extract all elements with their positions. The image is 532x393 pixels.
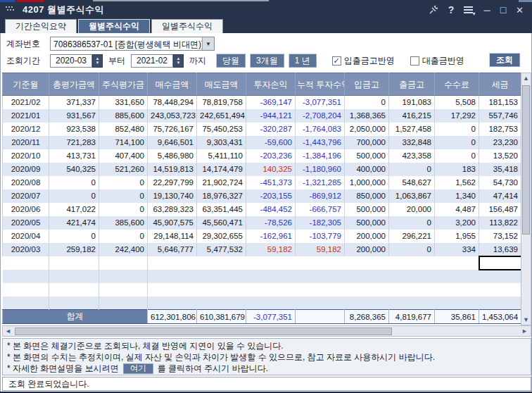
column-header[interactable]: 매도금액 (197, 73, 246, 96)
column-header[interactable]: 입금고 (345, 73, 389, 96)
grid-cell[interactable]: 259,182 (49, 243, 99, 256)
grid-cell[interactable]: 2020/11 (3, 136, 49, 149)
three-month-button[interactable]: 3개월 (250, 54, 284, 68)
grid-cell[interactable]: 923,538 (49, 123, 99, 136)
current-month-button[interactable]: 당월 (216, 54, 246, 68)
grid-cell[interactable]: 113,822 (479, 216, 521, 230)
grid-cell[interactable]: 334 (435, 243, 479, 256)
tab-period-summary[interactable]: 기간손익요약 (5, 19, 77, 33)
grid-cell[interactable]: 521,260 (99, 163, 148, 176)
grid-cell[interactable]: 2020/08 (3, 176, 49, 189)
tab-daily-returns[interactable]: 일별주식수익 (151, 19, 223, 33)
grid-cell[interactable]: 47,414 (479, 189, 521, 203)
grid-cell[interactable]: 721,283 (49, 136, 99, 149)
grid-cell[interactable]: 1,063,867 (389, 189, 435, 203)
grid-cell[interactable]: 242,400 (99, 243, 148, 256)
empty-cell[interactable] (99, 256, 148, 270)
empty-cell[interactable] (479, 283, 521, 297)
grid-cell[interactable]: -2,708,204 (296, 109, 345, 123)
deposit-reflect-checkbox[interactable]: ✓ (332, 56, 341, 66)
grid-cell[interactable]: 2020/03 (3, 243, 49, 256)
grid-cell[interactable]: 2020/12 (3, 123, 49, 136)
pin-icon[interactable] (429, 5, 438, 15)
column-header[interactable]: 기준월 (3, 73, 49, 96)
empty-cell[interactable] (99, 270, 148, 283)
column-header[interactable]: 누적 투자수익 (296, 73, 345, 96)
date-from-spinner[interactable]: ▲ ▼ (92, 54, 103, 68)
empty-cell[interactable] (99, 297, 148, 310)
grid-cell[interactable]: 5,646,777 (148, 243, 197, 256)
grid-cell[interactable]: 242,651,494 (197, 109, 246, 123)
grid-cell[interactable]: 500,000 (345, 149, 389, 163)
grid-cell[interactable]: 400,000 (345, 163, 389, 176)
grid-cell[interactable]: 3,200 (435, 216, 479, 230)
grid-cell[interactable]: 0 (389, 243, 435, 256)
grid-cell[interactable]: 548,627 (389, 176, 435, 189)
grid-cell[interactable]: 2021/01 (3, 109, 49, 123)
grid-cell[interactable]: -944,121 (246, 109, 296, 123)
date-to-input[interactable]: 2021-02 (131, 54, 173, 68)
empty-cell[interactable] (479, 297, 521, 310)
help-icon[interactable]: ? (448, 5, 455, 15)
empty-cell[interactable] (99, 283, 148, 297)
grid-cell[interactable]: 850,000 (345, 189, 389, 203)
grid-cell[interactable]: 2020/09 (3, 163, 49, 176)
grid-cell[interactable]: 416,215 (389, 109, 435, 123)
spin-down-icon[interactable]: ▼ (96, 61, 100, 65)
grid-cell[interactable]: -162,961 (246, 230, 296, 243)
column-header[interactable]: 매수금액 (148, 73, 197, 96)
empty-cell[interactable] (3, 297, 49, 310)
grid-cell[interactable]: 13,520 (479, 149, 521, 163)
empty-cell[interactable] (197, 270, 246, 283)
grid-cell[interactable]: 557,746 (479, 109, 521, 123)
grid-cell[interactable]: 0 (49, 189, 99, 203)
grid-cell[interactable]: 78,819,758 (197, 96, 246, 109)
grid-cell[interactable]: 35,418 (479, 163, 521, 176)
grid-cell[interactable]: 385,600 (99, 216, 148, 230)
grid-cell[interactable]: 700,000 (345, 136, 389, 149)
grid-cell[interactable]: 63,351,445 (197, 203, 246, 216)
grid-cell[interactable]: 331,650 (99, 96, 148, 109)
scroll-up-icon[interactable]: ▲ (521, 73, 531, 83)
empty-cell[interactable] (389, 297, 435, 310)
grid-cell[interactable]: 2021/02 (3, 96, 49, 109)
column-header[interactable]: 총평가금액 (49, 73, 99, 96)
grid-cell[interactable]: 200,000 (345, 243, 389, 256)
grid-cell[interactable]: 14,174,479 (197, 163, 246, 176)
date-to-spinner[interactable]: ▲ ▼ (173, 54, 184, 68)
horizontal-scrollbar-thumb[interactable] (15, 328, 392, 335)
loan-reflect-checkbox[interactable]: ✓ (410, 56, 419, 66)
empty-cell[interactable] (197, 256, 246, 270)
grid-cell[interactable]: 9,303,431 (197, 136, 246, 149)
grid-cell[interactable]: -203,155 (246, 189, 296, 203)
column-header[interactable]: 투자손익 (246, 73, 296, 96)
grid-cell[interactable]: 75,450,253 (197, 123, 246, 136)
grid-cell[interactable]: 23,230 (479, 136, 521, 149)
date-from-input[interactable]: 2020-03 (50, 54, 92, 68)
grid-cell[interactable]: 540,325 (49, 163, 99, 176)
grid-cell[interactable]: -103,779 (296, 230, 345, 243)
grid-cell[interactable]: -484,452 (246, 203, 296, 216)
grid-cell[interactable]: 500,000 (345, 203, 389, 216)
empty-cell[interactable] (389, 283, 435, 297)
empty-cell[interactable] (49, 270, 99, 283)
grid-cell[interactable]: 0 (99, 230, 148, 243)
grid-cell[interactable]: 413,731 (49, 149, 99, 163)
empty-cell[interactable] (389, 270, 435, 283)
grid-cell[interactable]: 17,292 (435, 109, 479, 123)
grid-cell[interactable]: -3,077,351 (296, 96, 345, 109)
grid-cell[interactable]: 18,976,327 (197, 189, 246, 203)
empty-cell[interactable] (345, 270, 389, 283)
close-icon[interactable]: ✕ (516, 6, 524, 15)
here-button[interactable]: 여기 (123, 363, 153, 374)
grid-cell[interactable]: 714,100 (99, 136, 148, 149)
empty-cell[interactable] (197, 283, 246, 297)
grid-cell[interactable]: 0 (435, 123, 479, 136)
chevron-down-icon[interactable]: ▼ (202, 37, 214, 50)
scroll-right-icon[interactable]: ► (519, 328, 530, 335)
grid-cell[interactable]: 332,848 (389, 136, 435, 149)
empty-cell[interactable] (3, 256, 49, 270)
empty-cell[interactable] (435, 297, 479, 310)
grid-cell[interactable]: 59,182 (246, 243, 296, 256)
grid-cell[interactable]: 0 (389, 216, 435, 230)
